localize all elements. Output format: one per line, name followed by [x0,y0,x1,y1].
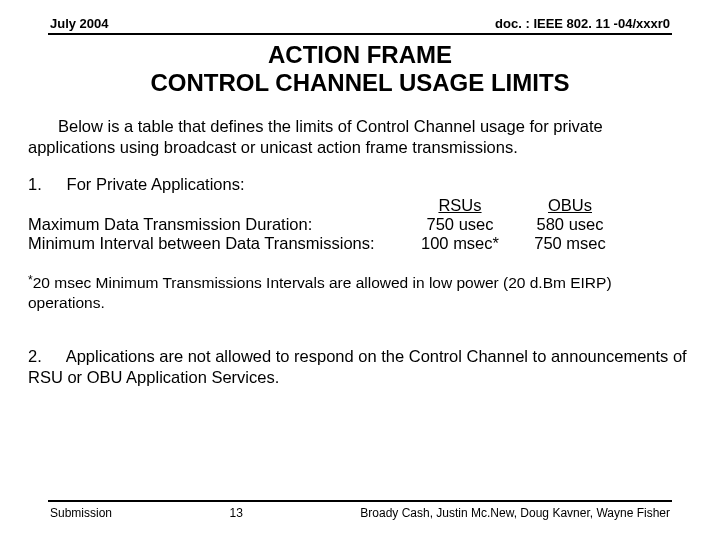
footer-page-number: 13 [229,506,242,520]
slide-page: July 2004 doc. : IEEE 802. 11 -04/xxxr0 … [0,0,720,387]
table-header-row: RSUs OBUs [28,196,628,215]
footer: Submission 13 Broady Cash, Justin Mc.New… [28,500,692,520]
page-title: ACTION FRAME CONTROL CHANNEL USAGE LIMIT… [28,41,692,96]
limits-table: RSUs OBUs Maximum Data Transmission Dura… [28,196,628,253]
intro-paragraph: Below is a table that defines the limits… [28,116,692,157]
title-line-2: CONTROL CHANNEL USAGE LIMITS [150,69,569,96]
col-header-rsus: RSUs [408,196,518,215]
section-2-number: 2. [28,346,62,367]
row-value-rsus: 100 msec* [408,234,518,253]
title-line-1: ACTION FRAME [268,41,452,68]
footer-authors: Broady Cash, Justin Mc.New, Doug Kavner,… [360,506,670,520]
section-1-label: For Private Applications: [67,175,245,193]
table-row: Minimum Interval between Data Transmissi… [28,234,628,253]
section-1-number: 1. [28,175,62,194]
row-value-obus: 580 usec [518,215,628,234]
footer-left: Submission [50,506,112,520]
row-label: Minimum Interval between Data Transmissi… [28,234,408,253]
table-row: Maximum Data Transmission Duration: 750 … [28,215,628,234]
section-2-paragraph: 2. Applications are not allowed to respo… [28,346,692,387]
footnote-text: 20 msec Minimum Transmissions Intervals … [28,274,612,310]
footer-rule [48,500,672,502]
row-value-obus: 750 msec [518,234,628,253]
footer-row: Submission 13 Broady Cash, Justin Mc.New… [28,506,692,520]
header: July 2004 doc. : IEEE 802. 11 -04/xxxr0 [48,16,672,35]
footnote: *20 msec Minimum Transmissions Intervals… [28,273,692,312]
section-2-text: Applications are not allowed to respond … [28,347,687,386]
header-date: July 2004 [50,16,109,31]
row-value-rsus: 750 usec [408,215,518,234]
section-1-header: 1. For Private Applications: [28,175,692,194]
col-header-obus: OBUs [518,196,628,215]
header-doc-id: doc. : IEEE 802. 11 -04/xxxr0 [495,16,670,31]
row-label: Maximum Data Transmission Duration: [28,215,408,234]
